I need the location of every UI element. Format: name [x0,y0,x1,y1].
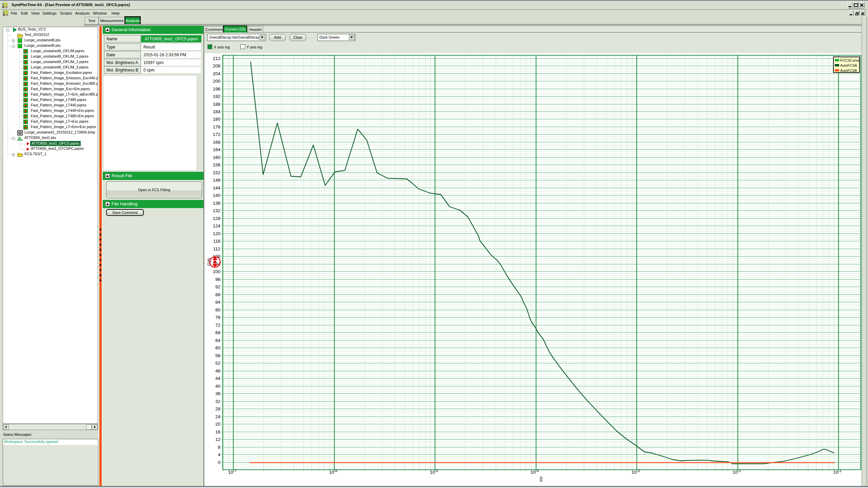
svg-text:0: 0 [218,460,220,465]
svg-text:76: 76 [215,315,220,320]
svg-text:60: 60 [215,345,220,350]
svg-text:168: 168 [213,140,220,145]
svg-text:72: 72 [215,323,220,328]
svg-text:124: 124 [213,223,220,228]
svg-text:152: 152 [213,170,220,175]
svg-text:204: 204 [213,71,220,76]
svg-text:20: 20 [215,422,220,427]
svg-text:FCCSCurve: FCCSCurve [840,58,860,62]
svg-text:24: 24 [215,414,221,419]
svg-text:120: 120 [213,231,220,236]
svg-text:128: 128 [213,216,220,221]
svg-text:48: 48 [215,368,220,373]
svg-text:AutoFCSA: AutoFCSA [840,63,857,67]
svg-text:36: 36 [215,391,220,396]
svg-text:96: 96 [215,277,220,282]
svg-text:188: 188 [213,102,220,107]
svg-text:92: 92 [215,284,220,289]
svg-text:4: 4 [218,452,220,457]
svg-text:184: 184 [213,109,220,114]
svg-text:16: 16 [215,429,220,434]
svg-text:208: 208 [213,63,220,68]
svg-text:136: 136 [213,201,220,206]
svg-text:8: 8 [218,445,220,450]
svg-text:144: 144 [213,185,220,190]
svg-text:140: 140 [213,193,220,198]
svg-text:40: 40 [215,384,220,389]
svg-text:100: 100 [213,269,220,274]
svg-text:164: 164 [213,147,220,152]
svg-text:80: 80 [215,307,220,312]
svg-text:84: 84 [215,300,221,305]
svg-text:AutoFCSB: AutoFCSB [840,68,857,73]
svg-text:160: 160 [213,155,220,160]
svg-text:172: 172 [213,132,220,137]
svg-text:28: 28 [215,406,220,411]
svg-text:112: 112 [213,246,220,251]
svg-text:88: 88 [215,292,220,297]
svg-text:200: 200 [213,79,220,84]
svg-text:196: 196 [213,86,220,92]
svg-text:44: 44 [215,376,221,381]
svg-text:116: 116 [213,239,220,244]
svg-text:156: 156 [213,162,220,167]
svg-text:12: 12 [215,437,220,442]
svg-text:132: 132 [213,208,220,213]
svg-text:64: 64 [215,338,221,343]
svg-text:56: 56 [215,353,220,358]
svg-text:192: 192 [213,94,220,99]
svg-text:68: 68 [215,330,220,335]
svg-text:52: 52 [215,361,220,366]
svg-text:180: 180 [213,117,220,122]
svg-text:32: 32 [215,399,220,404]
svg-text:176: 176 [213,124,220,129]
svg-text:212: 212 [213,56,220,61]
svg-text:[]: [] [540,476,542,482]
svg-text:148: 148 [213,178,220,183]
